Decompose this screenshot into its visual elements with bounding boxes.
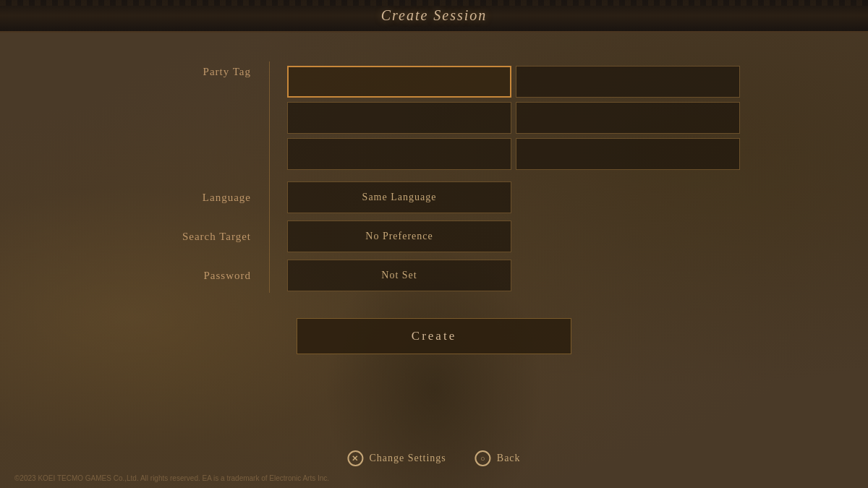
party-tag-inputs — [287, 66, 740, 170]
main-content: Party Tag Language Same Language Sea — [0, 33, 868, 354]
party-tag-row: Party Tag — [128, 61, 740, 170]
party-tag-slot-1[interactable] — [287, 66, 511, 98]
bottom-controls: ✕ Change Settings ○ Back — [347, 450, 520, 466]
back-label: Back — [497, 453, 521, 464]
back-button[interactable]: ○ Back — [475, 450, 521, 466]
party-tag-grid — [287, 66, 740, 170]
create-button[interactable]: Create — [297, 318, 571, 354]
search-target-content: No Preference — [287, 221, 511, 252]
change-settings-label: Change Settings — [369, 453, 446, 464]
password-row: Password Not Set — [128, 258, 740, 293]
password-label: Password — [128, 270, 269, 282]
page-title: Create Session — [381, 7, 488, 24]
party-tag-slot-5[interactable] — [287, 138, 511, 170]
search-target-label: Search Target — [128, 231, 269, 243]
header-bar: Create Session — [0, 0, 868, 33]
party-tag-slot-4[interactable] — [516, 102, 740, 134]
password-content: Not Set — [287, 260, 511, 291]
party-tag-slot-3[interactable] — [287, 102, 511, 134]
party-tag-label: Party Tag — [128, 66, 269, 78]
back-icon: ○ — [475, 450, 491, 466]
search-target-row: Search Target No Preference — [128, 219, 740, 254]
change-settings-button[interactable]: ✕ Change Settings — [347, 450, 446, 466]
password-button[interactable]: Not Set — [287, 260, 511, 291]
form-sections: Party Tag Language Same Language Sea — [128, 61, 740, 293]
party-tag-slot-2[interactable] — [516, 66, 740, 98]
language-row: Language Same Language — [128, 180, 740, 215]
language-button[interactable]: Same Language — [287, 181, 511, 213]
copyright-text: ©2023 KOEI TECMO GAMES Co.,Ltd. All righ… — [14, 474, 329, 482]
change-settings-icon: ✕ — [347, 450, 363, 466]
language-label: Language — [128, 192, 269, 204]
search-target-button[interactable]: No Preference — [287, 221, 511, 252]
language-content: Same Language — [287, 181, 511, 213]
party-tag-slot-6[interactable] — [516, 138, 740, 170]
